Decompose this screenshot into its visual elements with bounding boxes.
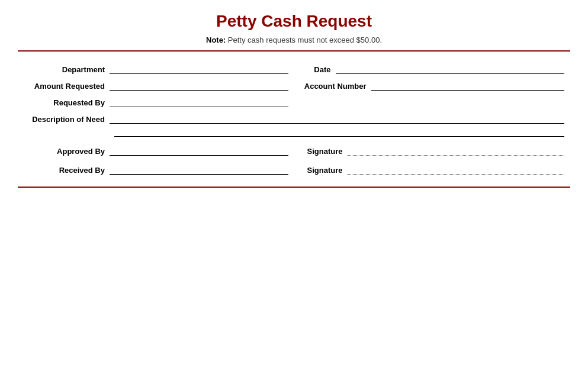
signature-2-field-group: Signature <box>288 164 565 175</box>
date-label: Date <box>300 65 336 74</box>
top-divider <box>18 50 570 52</box>
note-text: Note: Petty cash requests must not excee… <box>18 36 570 44</box>
signature-1-label: Signature <box>300 147 348 156</box>
amount-input[interactable] <box>110 80 288 91</box>
signature-2-input[interactable] <box>348 164 565 175</box>
requested-by-row: Requested By <box>24 97 564 107</box>
signature-2-label: Signature <box>300 166 348 175</box>
department-label: Department <box>24 65 110 74</box>
page-title: Petty Cash Request <box>18 12 570 31</box>
approved-by-label: Approved By <box>24 147 110 156</box>
requested-by-field-group: Requested By <box>24 97 288 107</box>
amount-requested-label: Amount Requested <box>24 82 110 91</box>
amount-account-row: Amount Requested Account Number <box>24 80 564 91</box>
approved-by-field-group: Approved By <box>24 145 288 156</box>
account-field-group: Account Number <box>288 80 565 91</box>
department-field-group: Department <box>24 63 288 74</box>
received-by-input[interactable] <box>110 164 288 175</box>
amount-field-group: Amount Requested <box>24 80 288 91</box>
approved-by-input[interactable] <box>110 145 288 156</box>
received-by-field-group: Received By <box>24 164 288 175</box>
form-section: Department Date Amount Requested Account… <box>18 63 570 175</box>
description-label: Description of Need <box>24 115 110 124</box>
note-content: Petty cash requests must not exceed $50.… <box>228 36 382 44</box>
requested-by-label: Requested By <box>24 98 110 107</box>
received-by-row: Received By Signature <box>24 164 564 175</box>
signature-1-input[interactable] <box>348 145 565 156</box>
description-extra-line <box>114 126 564 137</box>
department-input[interactable] <box>110 63 288 74</box>
page: Petty Cash Request Note: Petty cash requ… <box>0 0 588 392</box>
description-extra-row <box>24 126 564 137</box>
note-bold: Note: <box>206 36 226 44</box>
account-number-label: Account Number <box>300 82 371 91</box>
bottom-divider <box>18 187 570 188</box>
approved-by-row: Approved By Signature <box>24 145 564 156</box>
account-number-input[interactable] <box>371 80 565 91</box>
department-date-row: Department Date <box>24 63 564 74</box>
signature-1-field-group: Signature <box>288 145 565 156</box>
received-by-label: Received By <box>24 166 110 175</box>
date-field-group: Date <box>288 63 565 74</box>
date-input[interactable] <box>336 63 565 74</box>
requested-by-input[interactable] <box>110 97 288 107</box>
description-input[interactable] <box>110 113 564 124</box>
description-row: Description of Need <box>24 113 564 124</box>
